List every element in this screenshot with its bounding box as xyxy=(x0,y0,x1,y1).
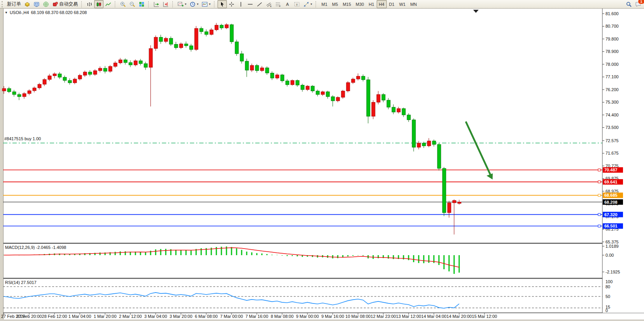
price-badge-text: 66.501 xyxy=(604,224,618,228)
macd-tick-label: 1.0189 xyxy=(605,244,619,249)
dropdown-arrow-icon[interactable]: ▾ xyxy=(185,2,186,6)
timeframe-d1-button[interactable]: D1 xyxy=(387,0,397,8)
line-handle[interactable] xyxy=(598,213,600,216)
timeframe-h1-button[interactable]: H1 xyxy=(366,0,376,8)
candle xyxy=(190,46,193,49)
date-label: 7 Mar 00:00 xyxy=(220,314,243,319)
indicators-button[interactable]: ▾ xyxy=(176,0,188,8)
horizontal-line-button[interactable] xyxy=(246,0,255,8)
chevron-down-icon[interactable]: ▼ xyxy=(5,11,8,14)
candle xyxy=(23,93,26,97)
macd-bar xyxy=(241,250,242,255)
chart-canvas[interactable]: 81.60080.70079.80078.90078.00077.10076.2… xyxy=(0,0,644,321)
candle xyxy=(382,95,385,100)
macd-bar xyxy=(449,255,450,272)
autotrading-button[interactable]: 自动交易 xyxy=(51,0,79,8)
timeframe-m5-button[interactable]: M5 xyxy=(330,0,340,8)
timeframe-mn-button[interactable]: MN xyxy=(408,0,419,8)
date-label: 28 Feb 12:00 xyxy=(42,314,67,319)
search-button[interactable] xyxy=(624,0,633,8)
macd-bar xyxy=(246,252,247,255)
macd-bar xyxy=(433,255,435,263)
macd-bar xyxy=(388,255,389,259)
text-button[interactable]: A xyxy=(283,0,292,8)
line-handle[interactable] xyxy=(598,194,600,196)
candle xyxy=(7,88,11,92)
timeframe-w1-button[interactable]: W1 xyxy=(397,0,408,8)
candle xyxy=(174,44,178,48)
arrows-button[interactable]: ▾ xyxy=(302,0,314,8)
candlestick-chart-button[interactable] xyxy=(94,0,104,8)
zoom-in-button[interactable] xyxy=(118,0,128,8)
candle xyxy=(417,143,421,147)
time-axis[interactable]: 27 Feb 202327 Feb 20:0028 Feb 12:001 Mar… xyxy=(1,313,497,319)
text-label-button[interactable]: T xyxy=(292,0,302,8)
toolbar: 新订单自动交易▾▾▾EFAT▾M1M5M15M30H1H4D1W1MN1 xyxy=(0,0,644,9)
date-label: 1 Mar 20:00 xyxy=(94,314,117,319)
timeframe-m15-button[interactable]: M15 xyxy=(340,0,353,8)
candle xyxy=(200,28,203,32)
candle xyxy=(240,54,244,61)
ohlc-quote: 68.109 68.370 68.020 68.208 xyxy=(31,10,87,15)
toolbar-separator xyxy=(214,1,216,7)
chart-title-bar[interactable]: ▼ USOil-,H4 68.109 68.370 68.020 68.208 xyxy=(5,10,87,15)
zoom-out-button[interactable] xyxy=(128,0,137,8)
bar-chart-button[interactable] xyxy=(85,0,94,8)
line-handle[interactable] xyxy=(598,225,600,227)
channel-button[interactable]: E xyxy=(264,0,274,8)
dropdown-arrow-icon[interactable]: ▾ xyxy=(311,2,312,6)
tile-windows-button[interactable] xyxy=(137,0,146,8)
panel-splitter[interactable] xyxy=(3,278,644,279)
panel-splitter[interactable] xyxy=(3,243,644,244)
candle xyxy=(18,95,21,97)
cursor-button[interactable] xyxy=(218,0,227,8)
candle xyxy=(129,63,132,65)
macd-bar xyxy=(292,255,293,256)
candle xyxy=(351,79,355,83)
trendline-button[interactable] xyxy=(255,0,264,8)
line-handle[interactable] xyxy=(598,181,600,183)
line-chart-button[interactable] xyxy=(104,0,113,8)
vertical-line-button[interactable] xyxy=(236,0,246,8)
macd-bar xyxy=(175,250,177,255)
macd-bar xyxy=(423,255,425,263)
macd-bar xyxy=(236,248,237,255)
fibonacci-button[interactable]: F xyxy=(274,0,283,8)
symbol-timeframe-label: USOil-,H4 xyxy=(10,10,29,15)
candle xyxy=(109,66,112,71)
candle xyxy=(427,141,431,146)
chart-shift-button[interactable] xyxy=(161,0,170,8)
date-label: 9 Mar 16:00 xyxy=(321,314,344,319)
macd-bar xyxy=(413,255,414,262)
rsi-tick-label: 80 xyxy=(605,284,610,289)
timeframe-m1-button[interactable]: M1 xyxy=(319,0,330,8)
candle xyxy=(341,91,345,97)
candle xyxy=(316,91,319,95)
candles-icon xyxy=(96,1,102,7)
new-order-button[interactable]: 新订单 xyxy=(5,0,23,8)
dropdown-arrow-icon[interactable]: ▾ xyxy=(209,2,211,6)
date-label: 8 Mar 08:00 xyxy=(271,314,294,319)
auto-scroll-button[interactable] xyxy=(152,0,161,8)
timeframe-h4-button[interactable]: H4 xyxy=(377,0,387,8)
templates-button[interactable]: ▾ xyxy=(200,0,212,8)
candle xyxy=(260,68,264,71)
candle xyxy=(447,203,451,213)
candle xyxy=(387,100,390,107)
data-window-button[interactable] xyxy=(32,0,41,8)
dropdown-arrow-icon[interactable]: ▾ xyxy=(197,2,198,6)
macd-indicator-label: MACD(12,26,9) -2.0465 -1.4098 xyxy=(5,245,66,250)
date-label: 1 Mar 04:00 xyxy=(68,314,91,319)
macd-bar xyxy=(282,255,283,256)
crosshair-button[interactable] xyxy=(227,0,236,8)
navigator-button[interactable] xyxy=(41,0,51,8)
price-tick-label: 79.800 xyxy=(605,37,619,41)
timeframe-m30-button[interactable]: M30 xyxy=(353,0,366,8)
price-badge-text: 68.208 xyxy=(604,200,618,205)
price-axis[interactable]: 81.60080.70079.80078.90078.00077.10076.2… xyxy=(602,9,644,313)
line-handle[interactable] xyxy=(598,169,600,171)
market-watch-button[interactable] xyxy=(23,0,32,8)
macd-bar xyxy=(428,255,430,263)
periods-button[interactable]: ▾ xyxy=(188,0,200,8)
candle xyxy=(377,95,380,102)
